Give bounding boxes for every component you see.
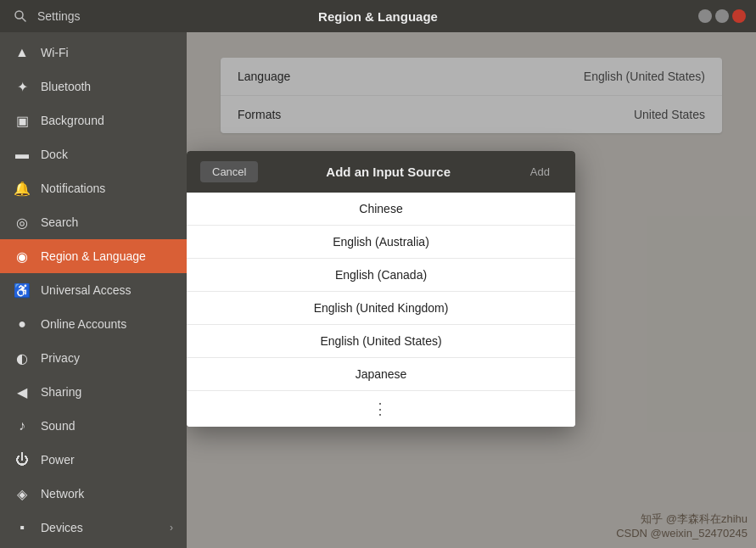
input-source-list-item[interactable]: English (Australia) bbox=[187, 226, 575, 259]
sidebar-item-label-region: Region & Language bbox=[41, 249, 146, 263]
network-icon: ◈ bbox=[14, 485, 31, 502]
input-source-list-item[interactable]: English (United Kingdom) bbox=[187, 292, 575, 325]
dialog-cancel-button[interactable]: Cancel bbox=[200, 161, 258, 182]
sidebar-item-devices[interactable]: ▪Devices› bbox=[0, 511, 187, 545]
sidebar-item-search[interactable]: ◎Search bbox=[0, 205, 187, 239]
window-controls bbox=[698, 9, 746, 23]
sidebar-item-network[interactable]: ◈Network bbox=[0, 477, 187, 511]
minimize-button[interactable] bbox=[698, 9, 712, 23]
input-source-list-item[interactable]: English (Canada) bbox=[187, 259, 575, 292]
search-icon[interactable] bbox=[10, 6, 31, 26]
sidebar-item-label-universal-access: Universal Access bbox=[41, 283, 132, 297]
content-area: Language English (United States) Formats… bbox=[187, 32, 756, 548]
sidebar-item-bluetooth[interactable]: ✦Bluetooth bbox=[0, 70, 187, 103]
sidebar-item-background[interactable]: ▣Background bbox=[0, 103, 187, 137]
input-source-list: ChineseEnglish (Australia)English (Canad… bbox=[187, 193, 575, 427]
dialog-header: Cancel Add an Input Source Add bbox=[187, 151, 575, 193]
sound-icon: ♪ bbox=[14, 417, 31, 434]
sidebar-item-label-dock: Dock bbox=[41, 148, 68, 161]
sidebar-item-dock[interactable]: ▬Dock bbox=[0, 137, 187, 171]
sidebar-item-online-accounts[interactable]: ●Online Accounts bbox=[0, 307, 187, 341]
svg-line-1 bbox=[22, 18, 25, 21]
privacy-icon: ◐ bbox=[14, 349, 31, 366]
sidebar-item-label-sound: Sound bbox=[41, 419, 75, 433]
sidebar-item-label-bluetooth: Bluetooth bbox=[41, 80, 91, 93]
dialog-overlay: Cancel Add an Input Source Add ChineseEn… bbox=[187, 32, 756, 548]
sidebar-item-details[interactable]: ℹDetails› bbox=[0, 545, 187, 548]
dock-icon: ▬ bbox=[14, 146, 31, 163]
add-input-source-dialog: Cancel Add an Input Source Add ChineseEn… bbox=[187, 151, 575, 427]
online-accounts-icon: ● bbox=[14, 316, 31, 333]
sidebar-item-label-background: Background bbox=[41, 114, 104, 127]
maximize-button[interactable] bbox=[715, 9, 729, 23]
search-icon: ◎ bbox=[14, 214, 31, 231]
sidebar-item-region[interactable]: ◉Region & Language bbox=[0, 239, 187, 273]
devices-icon: ▪ bbox=[14, 519, 31, 536]
background-icon: ▣ bbox=[14, 112, 31, 129]
sidebar-item-notifications[interactable]: 🔔Notifications bbox=[0, 171, 187, 205]
sidebar-item-sharing[interactable]: ◀Sharing bbox=[0, 375, 187, 409]
sidebar-item-label-search: Search bbox=[41, 215, 78, 229]
chevron-right-icon: › bbox=[170, 522, 173, 534]
notifications-icon: 🔔 bbox=[14, 180, 31, 197]
universal-access-icon: ♿ bbox=[14, 282, 31, 299]
input-source-list-item[interactable]: Chinese bbox=[187, 193, 575, 226]
sidebar-item-privacy[interactable]: ◐Privacy bbox=[0, 341, 187, 375]
input-source-list-item[interactable]: Japanese bbox=[187, 358, 575, 391]
input-source-list-item[interactable]: English (United States) bbox=[187, 325, 575, 358]
sidebar-item-wifi[interactable]: ▲Wi-Fi bbox=[0, 36, 187, 70]
region-icon: ◉ bbox=[14, 248, 31, 265]
sidebar-item-label-notifications: Notifications bbox=[41, 182, 105, 195]
sidebar-item-label-devices: Devices bbox=[41, 521, 83, 534]
more-items-indicator: ⋮ bbox=[187, 391, 575, 427]
power-icon: ⏻ bbox=[14, 451, 31, 468]
sidebar-item-universal-access[interactable]: ♿Universal Access bbox=[0, 273, 187, 307]
title-bar: Settings Region & Language bbox=[0, 0, 756, 32]
wifi-icon: ▲ bbox=[14, 44, 31, 61]
close-button[interactable] bbox=[732, 9, 746, 23]
sidebar-item-label-sharing: Sharing bbox=[41, 385, 81, 399]
sidebar-item-sound[interactable]: ♪Sound bbox=[0, 409, 187, 443]
app-body: ▲Wi-Fi✦Bluetooth▣Background▬Dock🔔Notific… bbox=[0, 32, 756, 548]
sharing-icon: ◀ bbox=[14, 383, 31, 400]
app-title: Settings bbox=[37, 9, 81, 23]
sidebar-item-label-online-accounts: Online Accounts bbox=[41, 317, 126, 331]
sidebar-item-power[interactable]: ⏻Power bbox=[0, 443, 187, 477]
sidebar-item-label-wifi: Wi-Fi bbox=[41, 46, 69, 59]
page-title: Region & Language bbox=[318, 9, 438, 24]
sidebar-item-label-network: Network bbox=[41, 487, 84, 500]
bluetooth-icon: ✦ bbox=[14, 78, 31, 95]
dialog-title: Add an Input Source bbox=[258, 165, 518, 179]
sidebar-item-label-power: Power bbox=[41, 453, 75, 467]
sidebar: ▲Wi-Fi✦Bluetooth▣Background▬Dock🔔Notific… bbox=[0, 32, 187, 548]
sidebar-item-label-privacy: Privacy bbox=[41, 351, 80, 365]
dialog-add-button[interactable]: Add bbox=[518, 161, 562, 182]
